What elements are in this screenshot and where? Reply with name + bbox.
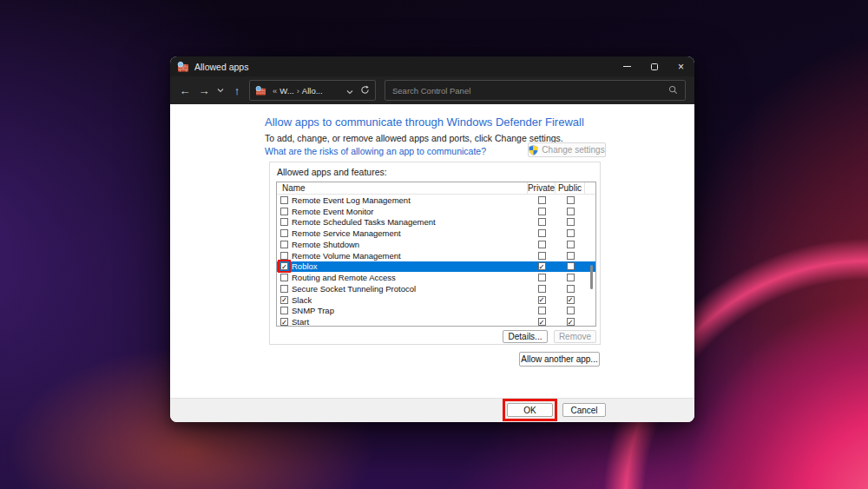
cancel-button[interactable]: Cancel [562, 403, 606, 417]
address-bar[interactable]: « W... › Allo... [249, 80, 376, 101]
up-icon[interactable]: ↑ [227, 84, 247, 97]
breadcrumb-overflow[interactable]: « [273, 86, 277, 96]
search-box [385, 80, 686, 101]
public-cell [556, 285, 585, 293]
checkbox[interactable]: ✓ [567, 296, 575, 304]
list-item[interactable]: SNMP Trap [277, 306, 595, 317]
checkbox[interactable] [567, 262, 575, 270]
checkbox[interactable] [538, 218, 546, 226]
desktop-background: Allowed apps × ← → ↑ [0, 0, 868, 489]
checkbox[interactable]: ✓ [538, 318, 546, 326]
ok-button[interactable]: OK [507, 403, 553, 417]
checkbox[interactable] [538, 274, 546, 281]
public-cell [556, 307, 585, 314]
checkbox[interactable] [280, 252, 288, 260]
header-scrollbar-gutter [585, 182, 595, 194]
checkbox[interactable]: ✓ [538, 296, 546, 304]
app-name: Remote Event Log Management [288, 195, 528, 205]
public-cell [556, 218, 585, 226]
private-cell [528, 241, 556, 248]
allow-another-app-button[interactable]: Allow another app... [519, 352, 600, 367]
navigation-bar: ← → ↑ « W... › [170, 76, 694, 104]
search-input[interactable] [392, 86, 668, 96]
name-checkbox-wrap [280, 218, 288, 226]
list-body: Remote Event Log ManagementRemote Event … [277, 195, 595, 327]
checkbox[interactable] [280, 196, 288, 204]
checkbox[interactable] [567, 229, 575, 237]
address-dropdown-chevron-icon[interactable] [346, 83, 353, 98]
checkbox[interactable] [280, 285, 288, 293]
list-item[interactable]: Remote Scheduled Tasks Management [277, 217, 595, 228]
list-item[interactable]: ✓Slack✓✓ [277, 294, 595, 306]
checkbox[interactable] [538, 241, 546, 248]
change-settings-button[interactable]: Change settings [528, 142, 606, 157]
allowed-apps-window: Allowed apps × ← → ↑ [170, 56, 694, 422]
checkbox[interactable] [538, 229, 546, 237]
column-header-public[interactable]: Public [556, 182, 585, 194]
checkbox[interactable]: ✓ [280, 296, 288, 304]
risks-link[interactable]: What are the risks of allowing an app to… [265, 146, 486, 156]
refresh-icon[interactable] [360, 83, 370, 98]
close-button[interactable]: × [667, 56, 694, 76]
private-cell [528, 218, 556, 226]
app-name: SNMP Trap [288, 306, 528, 315]
back-icon[interactable]: ← [175, 84, 194, 97]
search-icon[interactable] [668, 83, 678, 98]
list-item[interactable]: Routing and Remote Access [277, 272, 595, 283]
checkbox[interactable] [567, 196, 575, 204]
list-item[interactable]: Remote Service Management [277, 228, 595, 239]
checkbox[interactable] [567, 274, 575, 281]
annotation-ok-button: OK [503, 399, 557, 421]
breadcrumb-current[interactable]: Allo... [302, 86, 323, 96]
checkbox[interactable] [538, 208, 546, 215]
list-item[interactable]: ✓Start✓✓ [277, 316, 595, 327]
checkbox[interactable] [538, 285, 546, 293]
name-checkbox-wrap [280, 241, 288, 248]
checkbox[interactable] [538, 196, 546, 204]
checkbox[interactable] [567, 252, 575, 260]
content-area: Allow apps to communicate through Window… [170, 104, 694, 398]
checkbox[interactable] [280, 208, 288, 215]
checkbox[interactable] [280, 241, 288, 248]
uac-shield-icon [529, 145, 538, 155]
list-item[interactable]: Remote Volume Management [277, 250, 595, 261]
remove-button[interactable]: Remove [554, 330, 596, 343]
minimize-button[interactable] [614, 56, 641, 76]
checkbox[interactable] [280, 229, 288, 237]
private-cell [528, 196, 556, 204]
column-header-name[interactable]: Name [277, 182, 528, 194]
list-scrollbar-thumb[interactable] [590, 265, 593, 289]
checkbox[interactable] [567, 307, 575, 314]
checkbox[interactable]: ✓ [567, 318, 575, 326]
checkbox[interactable] [567, 241, 575, 248]
checkbox[interactable] [280, 218, 288, 226]
checkbox[interactable] [567, 218, 575, 226]
list-item[interactable]: Remote Event Log Management [277, 195, 595, 206]
checkbox[interactable] [280, 274, 288, 281]
private-cell: ✓ [528, 262, 556, 270]
list-item[interactable]: Remote Shutdown [277, 239, 595, 250]
checkbox[interactable]: ✓ [538, 262, 546, 270]
checkbox[interactable]: ✓ [280, 262, 288, 270]
checkbox[interactable] [538, 252, 546, 260]
checkbox[interactable] [280, 307, 288, 314]
forward-icon[interactable]: → [194, 84, 214, 97]
breadcrumb-parent[interactable]: W... [279, 86, 293, 96]
firewall-app-icon [177, 62, 189, 72]
maximize-button[interactable] [641, 56, 667, 76]
recent-pages-chevron-icon[interactable] [214, 86, 227, 95]
private-cell [528, 274, 556, 281]
checkbox[interactable] [567, 208, 575, 215]
details-button[interactable]: Details... [503, 330, 548, 343]
window-controls: × [614, 56, 694, 76]
checkbox[interactable] [567, 285, 575, 293]
allowed-apps-list: Name Private Public Remote Event Log Man… [276, 182, 596, 327]
list-item[interactable]: Remote Event Monitor [277, 206, 595, 217]
list-item[interactable]: ✓Roblox✓ [277, 261, 595, 273]
checkbox[interactable]: ✓ [280, 318, 288, 326]
checkbox[interactable] [538, 307, 546, 314]
app-name: Slack [288, 295, 528, 305]
list-item[interactable]: Secure Socket Tunneling Protocol [277, 283, 595, 294]
app-name: Remote Volume Management [288, 251, 528, 261]
column-header-private[interactable]: Private [528, 182, 556, 194]
